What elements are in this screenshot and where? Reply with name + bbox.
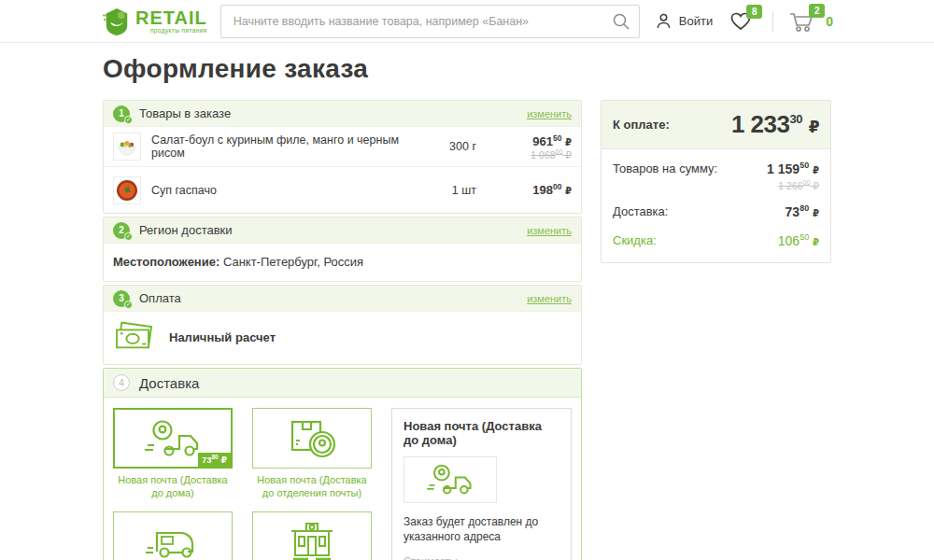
section-payment: 3 ✓ Оплата изменить Наличный расчет	[103, 285, 582, 365]
location-value: Санкт-Петербург, Россия	[219, 255, 363, 269]
summary-row-discount: Скидка: 10650 ₽	[613, 232, 819, 248]
delivery-option-label[interactable]: Новая почта (Доставка до отделения почты…	[252, 469, 372, 511]
wishlist-badge: 8	[746, 5, 762, 19]
payment-method: Наличный расчет	[169, 330, 276, 344]
summary-row-delivery: Доставка: 7380 ₽	[613, 203, 819, 219]
wishlist-button[interactable]: 8	[729, 11, 752, 32]
delivery-option-home[interactable]: 7380 ₽ Новая почта (Доставка до дома)	[113, 408, 233, 511]
delivery-detail-panel: Новая почта (Доставка до дома) Заказ буд…	[391, 408, 572, 560]
store-logo[interactable]: RETAIL продукты питания	[103, 7, 207, 36]
store-logo-text: RETAIL	[135, 8, 207, 27]
cart-badge: 2	[809, 4, 825, 18]
login-label: Войти	[679, 14, 713, 28]
delivery-detail-image	[403, 456, 497, 503]
step-1-icon: 1 ✓	[113, 105, 130, 122]
region-location: Местоположение: Санкт-Петербург, Россия	[104, 243, 581, 281]
summary-row-items: Товаров на сумму: 1 15950 ₽ 1 26600 ₽	[613, 161, 819, 190]
product-old-price: 1 06800 ₽	[501, 148, 572, 161]
store-logo-subtitle: продукты питания	[135, 28, 207, 35]
delivery-title: Доставка	[139, 375, 199, 391]
search-input[interactable]	[220, 5, 640, 38]
gazpacho-photo	[115, 178, 139, 203]
store-icon	[288, 520, 336, 560]
section-region: 2 ✓ Регион доставки изменить Местоположе…	[103, 217, 582, 282]
delivery-detail-description: Заказ будет доставлен до указанного адре…	[403, 514, 559, 544]
cart-button[interactable]: 2	[788, 10, 814, 33]
delivery-option-pickup[interactable]: Самовывоз	[252, 511, 372, 560]
order-summary: К оплате: 1 23330 ₽ Товаров на сумму: 1 …	[601, 100, 831, 263]
payment-edit-link[interactable]: изменить	[527, 293, 572, 304]
order-items-title: Товары в заказе	[139, 106, 231, 120]
section-delivery: 4 Доставка	[103, 368, 582, 560]
product-name: Салат-боул с куриным филе, манго и черны…	[151, 133, 422, 160]
region-title: Регион доставки	[139, 223, 233, 237]
order-items-edit-link[interactable]: изменить	[527, 108, 572, 119]
van-icon	[142, 522, 204, 560]
search-icon[interactable]	[612, 12, 630, 31]
product-row: Суп гаспачо 1 шт 19800 ₽	[104, 166, 581, 213]
step-3-check-icon: ✓	[124, 301, 133, 309]
delivery-option-label[interactable]: Новая почта (Доставка до дома)	[113, 469, 233, 511]
product-qty: 1 шт	[422, 184, 476, 197]
store-logo-icon	[103, 7, 131, 36]
delivery-option-post-office[interactable]: Новая почта (Доставка до отделения почты…	[252, 408, 372, 511]
step-2-check-icon: ✓	[124, 232, 133, 241]
product-row: Салат-боул с куриным филе, манго и черны…	[104, 126, 581, 166]
parcel-pin-icon	[283, 416, 341, 461]
product-price: 96150 ₽	[501, 133, 572, 148]
section-order-items: 1 ✓ Товары в заказе изменить	[103, 100, 582, 214]
cart-total-count: 0	[826, 14, 833, 29]
product-thumbnail	[113, 133, 141, 161]
salad-bowl-photo	[115, 134, 139, 159]
payable-label: К оплате:	[613, 118, 670, 132]
product-qty: 300 г	[422, 140, 476, 153]
user-icon	[655, 12, 672, 30]
delivery-cost-label: Стоимость:	[403, 555, 559, 560]
step-3-icon: 3 ✓	[113, 290, 130, 307]
payable-total: 1 23330 ₽	[731, 110, 819, 139]
location-label: Местоположение:	[113, 255, 219, 269]
search-bar	[220, 5, 640, 38]
site-header: RETAIL продукты питания Войти 8	[0, 0, 934, 43]
cash-icon	[113, 321, 154, 353]
login-button[interactable]: Войти	[655, 12, 713, 30]
region-edit-link[interactable]: изменить	[527, 225, 572, 236]
delivery-detail-title: Новая почта (Доставка до дома)	[403, 419, 559, 447]
step-4-icon: 4	[113, 374, 130, 391]
product-thumbnail	[113, 176, 141, 204]
truck-pin-icon	[140, 417, 205, 460]
header-divider	[772, 11, 773, 32]
delivery-price-badge: 7380 ₽	[198, 453, 231, 467]
truck-pin-icon	[423, 461, 477, 498]
payment-title: Оплата	[139, 291, 181, 305]
summary-old-price: 1 26600 ₽	[767, 179, 819, 191]
delivery-option-example-service[interactable]: Пример службы доставки	[113, 511, 233, 560]
page-title: Оформление заказа	[103, 54, 833, 84]
step-1-check-icon: ✓	[124, 116, 133, 124]
product-price: 19800 ₽	[501, 182, 572, 197]
step-2-icon: 2 ✓	[113, 222, 130, 239]
product-name: Суп гаспачо	[151, 184, 422, 197]
